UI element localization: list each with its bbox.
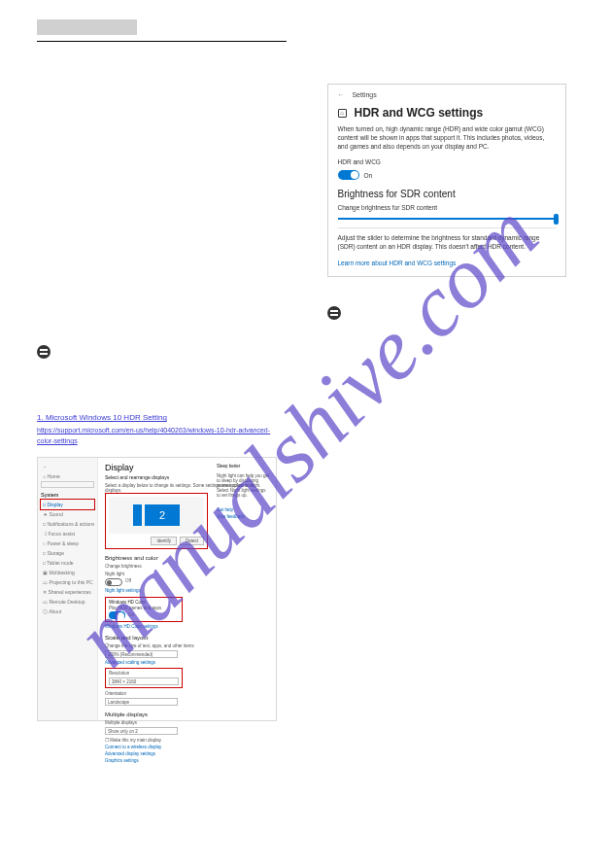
orientation-select[interactable]: Landscape xyxy=(105,698,178,706)
sidebar-item-storage[interactable]: □ Storage xyxy=(41,548,94,558)
adv-scaling-link[interactable]: Advanced scaling settings xyxy=(105,660,269,665)
left-note-text: Open the settings screen with Win+I, go … xyxy=(56,345,285,386)
get-help-link[interactable]: Get help xyxy=(217,507,270,512)
hdr-toggle[interactable] xyxy=(109,611,125,619)
back-icon[interactable]: ← xyxy=(338,91,345,98)
note-icon-2 xyxy=(327,306,341,320)
sidebar-item-multitask[interactable]: ▣ Multitasking xyxy=(41,568,94,577)
detect-button[interactable]: Detect xyxy=(180,537,204,545)
multiple-displays-select[interactable]: Show only on 2 xyxy=(105,727,178,735)
hdr-toggle-state: On xyxy=(128,612,134,617)
wireless-link[interactable]: Connect to a wireless display xyxy=(105,745,269,749)
scale-section: Scale and layout xyxy=(105,635,269,641)
sidebar-category: System xyxy=(41,492,94,498)
toggle-label: HDR and WCG xyxy=(338,158,556,167)
sidebar-item-display[interactable]: □ Display xyxy=(41,500,94,509)
sidebar-item-about[interactable]: ⓘ About xyxy=(41,607,94,616)
identify-button[interactable]: Identify xyxy=(151,537,177,545)
whd-settings-link[interactable]: Windows HD Color settings xyxy=(105,624,269,629)
home-icon[interactable]: ⌂ xyxy=(338,109,347,118)
sidebar-item-tablet[interactable]: □ Tablet mode xyxy=(41,558,94,568)
hdr-wcg-toggle[interactable] xyxy=(338,170,359,180)
left-intro: To view this device's HDR, follow the be… xyxy=(37,48,285,68)
sidebar-item-focus[interactable]: ☽ Focus assist xyxy=(41,529,94,538)
sidebar-item-remote[interactable]: ▭ Remote Desktop xyxy=(41,597,94,607)
sleep-better-body: Night light can help you get to sleep by… xyxy=(217,473,270,498)
sidebar-home[interactable]: ⌂ Home xyxy=(41,471,94,481)
back-arrow[interactable]: ← xyxy=(41,462,94,471)
hdr-box: Windows HD Color Play HDR games and apps… xyxy=(105,597,183,622)
night-light-settings-link[interactable]: Night light settings xyxy=(105,588,269,593)
breadcrumb-text: Settings xyxy=(352,91,376,98)
divider xyxy=(338,227,556,228)
right-note: If the application displayed in HDR is d… xyxy=(327,306,575,336)
sidebar-item-shared[interactable]: ✕ Shared experiences xyxy=(41,587,94,597)
ms-link-title[interactable]: 1. Microsoft Windows 10 HDR Setting xyxy=(37,412,285,425)
sidebar-search[interactable] xyxy=(41,481,94,488)
settings-main: Display Select and rearrange displays Se… xyxy=(98,458,276,720)
monitor-picker[interactable]: 2 Identify Detect xyxy=(105,493,208,549)
night-light-toggle[interactable] xyxy=(105,578,122,586)
brightness-section: Brightness and color xyxy=(105,555,269,561)
slider-label: Change brightness for SDR content xyxy=(338,204,556,213)
main-display-check[interactable]: ☐ Make this my main display xyxy=(105,738,269,743)
orientation-label: Orientation xyxy=(105,691,269,696)
note-line-4: Select the resolution of 3840x2160 at th… xyxy=(78,375,281,384)
left-note: Open the settings screen with Win+I, go … xyxy=(37,345,285,386)
settings-breadcrumb[interactable]: ← Settings xyxy=(338,91,556,98)
brightness-sdr-head: Brightness for SDR content xyxy=(338,189,556,199)
multiple-displays-section: Multiple displays xyxy=(105,712,269,717)
resolution-box: Resolution 3840 × 2160 xyxy=(105,668,183,688)
page-header: Connect to phone xyxy=(37,19,287,42)
resolution-select[interactable]: 3840 × 2160 xyxy=(109,677,179,685)
learn-more-link[interactable]: Learn more about HDR and WCG settings xyxy=(338,260,457,266)
sidebar-item-sound[interactable]: 🕩 Sound xyxy=(41,509,94,519)
hdr-description: When turned on, high dynamic range (HDR)… xyxy=(338,125,556,151)
right-column: Open [HDR and WCG settings] from [Window… xyxy=(327,48,575,721)
night-light-state: Off xyxy=(125,578,131,583)
monitor-1[interactable] xyxy=(133,504,142,526)
scale-sub: Change the size of text, apps, and other… xyxy=(105,643,269,648)
settings-sidebar: ← ⌂ Home System □ Display 🕩 Sound □ Noti… xyxy=(38,458,98,720)
slider-thumb[interactable] xyxy=(554,214,559,225)
scale-select[interactable]: 100% (Recommended) xyxy=(105,650,178,658)
page-title: Connect to phone xyxy=(37,19,137,35)
whd-label: Windows HD Color xyxy=(109,600,179,605)
adv-display-link[interactable]: Advanced display settings xyxy=(105,751,269,756)
right-intro: Open [HDR and WCG settings] from [Window… xyxy=(327,48,575,78)
sidebar-item-power[interactable]: ○ Power & sleep xyxy=(41,538,94,548)
left-column: To view this device's HDR, follow the be… xyxy=(37,48,285,721)
right-panel: Sleep better Night light can help you ge… xyxy=(217,464,270,521)
right-note-text: If the application displayed in HDR is d… xyxy=(347,306,575,336)
hdr-settings-window: ← Settings ⌂ HDR and WCG settings When t… xyxy=(327,84,566,276)
resolution-label: Resolution xyxy=(109,671,179,676)
monitor-2[interactable]: 2 xyxy=(145,504,180,526)
ms-link-url[interactable]: https://support.microsoft.com/en-us/help… xyxy=(37,425,285,446)
sleep-better-head: Sleep better xyxy=(217,464,270,469)
multiple-displays-label: Multiple displays xyxy=(105,720,269,725)
note-icon xyxy=(37,345,51,359)
toggle-state: On xyxy=(364,172,373,179)
graphics-link[interactable]: Graphics settings xyxy=(105,758,269,763)
hdr-title-text: HDR and WCG settings xyxy=(355,106,484,120)
page: Connect to phone To view this device's H… xyxy=(0,0,611,868)
hdr-window-title: ⌂ HDR and WCG settings xyxy=(338,106,556,120)
sidebar-item-projecting[interactable]: ▭ Projecting to this PC xyxy=(41,577,94,587)
sidebar-item-notifications[interactable]: □ Notifications & actions xyxy=(41,519,94,529)
change-brightness-label: Change brightness xyxy=(105,564,269,569)
adjust-text: Adjust the slider to determine the brigh… xyxy=(338,234,556,252)
sdr-brightness-slider[interactable] xyxy=(338,218,556,220)
header-rule xyxy=(37,41,287,42)
display-settings-screenshot: ← ⌂ Home System □ Display 🕩 Sound □ Noti… xyxy=(37,457,277,721)
feedback-link[interactable]: Give feedback xyxy=(217,514,270,519)
whd-sub: Play HDR games and apps xyxy=(109,606,179,610)
